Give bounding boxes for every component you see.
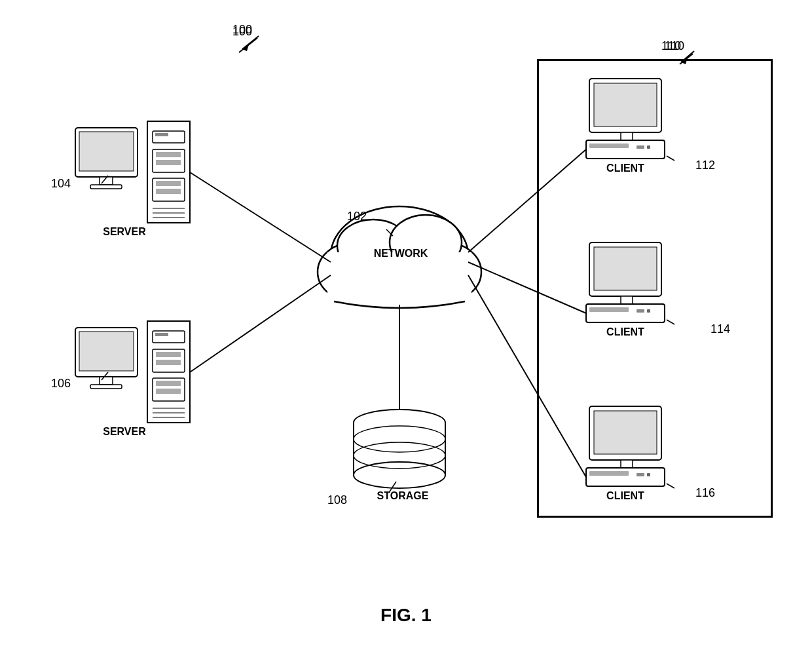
svg-line-73: [468, 149, 586, 252]
ref-106: 106: [51, 377, 71, 391]
svg-rect-18: [156, 189, 181, 194]
svg-rect-33: [156, 381, 181, 386]
svg-diagram: [0, 0, 812, 652]
svg-rect-64: [594, 411, 657, 454]
svg-line-70: [190, 172, 331, 262]
storage: [354, 410, 445, 488]
svg-rect-57: [594, 247, 657, 290]
svg-rect-50: [594, 83, 657, 126]
svg-rect-52: [586, 140, 665, 159]
svg-point-46: [354, 462, 445, 488]
svg-rect-67: [589, 471, 629, 476]
server-2-monitor: [75, 328, 138, 389]
server-1-label: SERVER: [79, 226, 170, 238]
ref-112: 112: [695, 159, 715, 172]
svg-rect-27: [153, 331, 185, 343]
svg-rect-9: [327, 252, 471, 305]
ref-104: 104: [51, 177, 71, 191]
svg-rect-11: [153, 131, 185, 143]
svg-rect-28: [155, 333, 168, 336]
storage-label: STORAGE: [363, 490, 442, 502]
svg-rect-61: [637, 309, 644, 313]
diagram: 100 110: [0, 0, 812, 652]
svg-rect-17: [156, 181, 181, 186]
server-1-monitor: [75, 128, 138, 189]
svg-rect-59: [586, 304, 665, 322]
svg-line-76: [239, 38, 257, 52]
svg-rect-31: [156, 360, 181, 365]
svg-rect-51: [621, 132, 633, 140]
svg-line-77: [680, 54, 693, 64]
svg-rect-30: [156, 352, 181, 357]
svg-rect-15: [156, 160, 181, 165]
svg-line-84: [667, 484, 674, 488]
figure-title: FIG. 1: [380, 605, 432, 626]
svg-rect-68: [637, 473, 644, 476]
svg-rect-12: [155, 133, 168, 136]
svg-line-83: [667, 320, 674, 324]
client-2: [586, 242, 665, 322]
svg-line-71: [190, 275, 331, 372]
svg-rect-69: [647, 473, 650, 476]
client-1: [586, 79, 665, 159]
svg-rect-40: [100, 377, 113, 385]
svg-rect-65: [621, 460, 633, 468]
svg-rect-39: [79, 332, 134, 371]
client-2-label: CLIENT: [586, 326, 665, 338]
svg-line-82: [667, 156, 674, 161]
svg-rect-23: [79, 132, 134, 171]
client-3: [586, 406, 665, 486]
network-label: NETWORK: [365, 248, 437, 259]
ref-110-label: 110: [665, 39, 684, 53]
server-2-label: SERVER: [79, 426, 170, 438]
ref-102: 102: [347, 210, 367, 223]
ref-108: 108: [327, 493, 347, 507]
ref-100-label: 100: [232, 23, 252, 37]
svg-rect-66: [586, 468, 665, 486]
server-1-tower: [147, 121, 190, 223]
svg-rect-55: [647, 145, 650, 149]
svg-rect-62: [647, 309, 650, 313]
client-3-label: CLIENT: [586, 490, 665, 502]
svg-rect-60: [589, 307, 629, 312]
server-2-tower: [147, 321, 190, 423]
ref-114: 114: [710, 322, 730, 336]
svg-rect-53: [589, 144, 629, 148]
svg-rect-14: [156, 152, 181, 157]
svg-rect-41: [90, 385, 122, 389]
svg-rect-58: [621, 296, 633, 304]
ref-116: 116: [695, 486, 715, 500]
svg-rect-25: [90, 185, 122, 189]
client-1-label: CLIENT: [586, 163, 665, 174]
svg-rect-54: [637, 145, 644, 149]
svg-rect-34: [156, 389, 181, 394]
